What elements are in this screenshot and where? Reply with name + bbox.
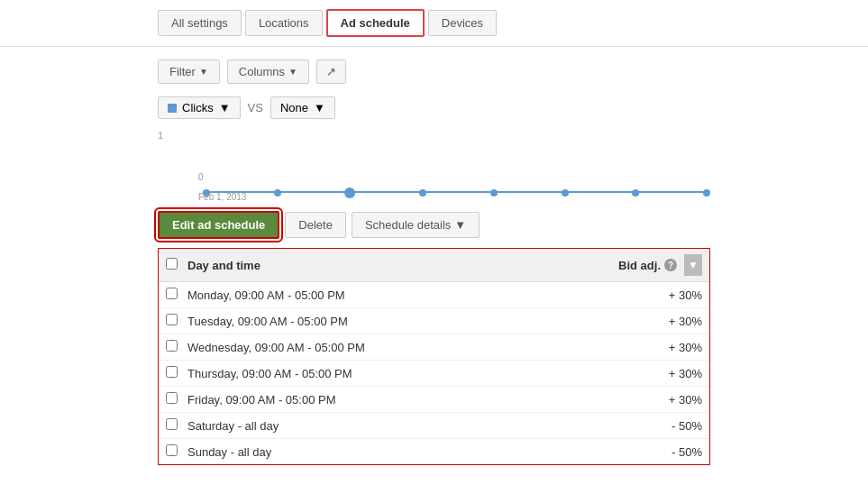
metric1-label: Clicks xyxy=(182,101,214,114)
row-checkbox-cell xyxy=(166,418,187,433)
row-checkbox-cell xyxy=(166,444,187,459)
filter-label: Filter xyxy=(169,65,196,78)
metric2-arrow-icon: ▼ xyxy=(314,101,325,114)
row-checkbox-cell xyxy=(166,314,187,328)
filter-button[interactable]: Filter ▼ xyxy=(158,59,220,84)
row-day-time: Friday, 09:00 AM - 05:00 PM xyxy=(187,393,612,407)
tab-devices[interactable]: Devices xyxy=(428,10,497,36)
table-row: Saturday - all day - 50% xyxy=(159,413,709,439)
schedule-details-label: Schedule details xyxy=(365,218,451,232)
metric2-label: None xyxy=(280,101,308,114)
chart-date-label: Feb 1, 2013 xyxy=(198,192,246,202)
row-checkbox[interactable] xyxy=(166,288,178,299)
table-row: Tuesday, 09:00 AM - 05:00 PM + 30% xyxy=(159,308,709,334)
row-checkbox-cell xyxy=(166,366,187,380)
tab-ad-schedule[interactable]: Ad schedule xyxy=(326,9,425,37)
row-bid-adj: + 30% xyxy=(612,341,702,354)
timeline-dot-2 xyxy=(274,189,281,197)
row-checkbox-cell xyxy=(166,288,187,302)
chart-icon-button[interactable]: ↗ xyxy=(316,59,346,84)
tab-locations[interactable]: Locations xyxy=(245,10,323,36)
row-checkbox[interactable] xyxy=(166,314,178,325)
toolbar: Filter ▼ Columns ▼ ↗ xyxy=(0,52,868,91)
actions-row: Edit ad schedule Delete Schedule details… xyxy=(0,206,868,244)
timeline-dot-3 xyxy=(344,187,355,198)
schedule-details-arrow-icon: ▼ xyxy=(454,218,466,232)
ad-schedule-table: Day and time Bid adj. ? ▼ Monday, 09:00 … xyxy=(158,248,710,465)
chart-icon: ↗ xyxy=(326,65,336,78)
row-day-time: Saturday - all day xyxy=(187,419,612,433)
row-bid-adj: - 50% xyxy=(612,445,702,459)
bid-adj-info-icon[interactable]: ? xyxy=(664,259,677,271)
sort-button[interactable]: ▼ xyxy=(684,254,702,276)
columns-button[interactable]: Columns ▼ xyxy=(227,59,309,84)
top-nav: All settings Locations Ad schedule Devic… xyxy=(0,0,868,47)
row-checkbox-cell xyxy=(166,340,187,354)
row-bid-adj: + 30% xyxy=(612,288,702,302)
row-day-time: Tuesday, 09:00 AM - 05:00 PM xyxy=(187,315,612,328)
header-checkbox-cell xyxy=(166,258,187,272)
table-body: Monday, 09:00 AM - 05:00 PM + 30% Tuesda… xyxy=(159,282,709,464)
vs-label: VS xyxy=(248,101,263,114)
metrics-row: Clicks ▼ VS None ▼ xyxy=(0,93,868,123)
table-row: Monday, 09:00 AM - 05:00 PM + 30% xyxy=(159,282,709,308)
row-day-time: Thursday, 09:00 AM - 05:00 PM xyxy=(187,367,612,380)
timeline-dot-8 xyxy=(703,189,710,197)
timeline-dot-5 xyxy=(490,189,498,197)
row-day-time: Monday, 09:00 AM - 05:00 PM xyxy=(187,288,612,302)
table-row: Thursday, 09:00 AM - 05:00 PM + 30% xyxy=(159,361,709,387)
row-checkbox[interactable] xyxy=(166,418,178,430)
delete-button[interactable]: Delete xyxy=(285,212,346,238)
metric1-color xyxy=(168,104,177,113)
row-bid-adj: + 30% xyxy=(612,367,702,380)
metric2-button[interactable]: None ▼ xyxy=(270,96,335,119)
timeline-dot-7 xyxy=(632,189,639,197)
row-checkbox-cell xyxy=(166,392,187,407)
table-header: Day and time Bid adj. ? ▼ xyxy=(159,249,709,282)
table-row: Wednesday, 09:00 AM - 05:00 PM + 30% xyxy=(159,334,709,361)
columns-arrow-icon: ▼ xyxy=(288,67,297,77)
row-checkbox[interactable] xyxy=(166,340,178,352)
row-checkbox[interactable] xyxy=(166,392,178,404)
timeline-dot-6 xyxy=(562,189,569,197)
columns-label: Columns xyxy=(239,65,285,78)
table-row: Friday, 09:00 AM - 05:00 PM + 30% xyxy=(159,387,709,413)
row-bid-adj: - 50% xyxy=(612,419,702,433)
chart-y-label: 1 xyxy=(158,130,163,141)
metric1-button[interactable]: Clicks ▼ xyxy=(158,96,241,119)
tab-all-settings[interactable]: All settings xyxy=(158,10,242,36)
select-all-checkbox[interactable] xyxy=(166,258,178,270)
filter-arrow-icon: ▼ xyxy=(199,67,208,77)
table-row: Sunday - all day - 50% xyxy=(159,439,709,464)
row-checkbox[interactable] xyxy=(166,366,178,378)
header-bid-adj: Bid adj. ? ▼ xyxy=(612,254,702,276)
row-bid-adj: + 30% xyxy=(612,315,702,328)
schedule-details-button[interactable]: Schedule details ▼ xyxy=(352,212,480,238)
timeline-dot-4 xyxy=(419,189,426,197)
metric1-arrow-icon: ▼ xyxy=(219,101,231,114)
edit-ad-schedule-button[interactable]: Edit ad schedule xyxy=(158,211,279,239)
timeline-dots xyxy=(203,187,710,198)
row-bid-adj: + 30% xyxy=(612,393,702,407)
row-day-time: Wednesday, 09:00 AM - 05:00 PM xyxy=(187,341,612,354)
row-day-time: Sunday - all day xyxy=(187,445,612,459)
chart-zero-label: 0 xyxy=(198,172,204,182)
chart-area: 1 0 Feb 1, 2013 xyxy=(158,130,710,202)
header-day-time: Day and time xyxy=(187,259,612,272)
row-checkbox[interactable] xyxy=(166,444,178,456)
